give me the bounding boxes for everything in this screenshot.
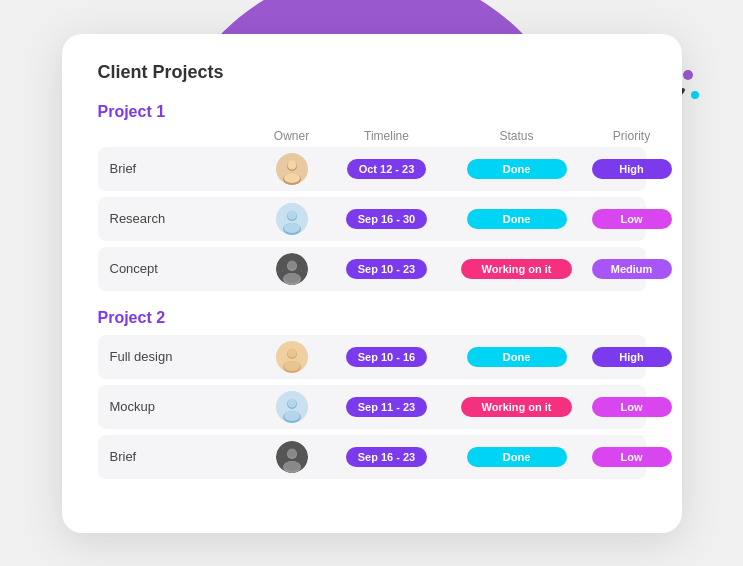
timeline-badge: Sep 16 - 23 xyxy=(346,447,427,467)
table-row: Mockup Sep 11 - 23 Working on it xyxy=(98,385,646,429)
status-badge: Working on it xyxy=(461,397,571,417)
task-name: Brief xyxy=(102,161,262,176)
priority-badge: Medium xyxy=(592,259,672,279)
status-badge: Working on it xyxy=(461,259,571,279)
status-cell: Done xyxy=(452,347,582,367)
table-row: Research Sep 16 - 30 Done xyxy=(98,197,646,241)
main-card: Client Projects Project 1 Owner Timeline… xyxy=(62,34,682,533)
svg-point-17 xyxy=(287,260,296,269)
avatar xyxy=(276,203,308,235)
owner-cell xyxy=(262,441,322,473)
owner-cell xyxy=(262,203,322,235)
status-cell: Done xyxy=(452,209,582,229)
timeline-cell: Sep 10 - 23 xyxy=(322,259,452,279)
table-row: Concept Sep 10 - 23 Working on it xyxy=(98,247,646,291)
task-name: Full design xyxy=(102,349,262,364)
owner-cell xyxy=(262,253,322,285)
svg-point-27 xyxy=(287,398,296,407)
priority-cell: Low xyxy=(582,447,682,467)
col-name-header xyxy=(102,129,262,143)
task-name: Mockup xyxy=(102,399,262,414)
avatar xyxy=(276,441,308,473)
timeline-badge: Sep 11 - 23 xyxy=(346,397,427,417)
col-status-header: Status xyxy=(452,129,582,143)
timeline-cell: Sep 16 - 23 xyxy=(322,447,452,467)
project1-title: Project 1 xyxy=(98,103,646,121)
svg-point-3 xyxy=(691,91,699,99)
timeline-cell: Sep 10 - 16 xyxy=(322,347,452,367)
owner-cell xyxy=(262,391,322,423)
project1-section: Project 1 Owner Timeline Status Priority… xyxy=(98,103,646,291)
svg-point-7 xyxy=(287,160,296,169)
svg-point-33 xyxy=(284,461,300,471)
owner-cell xyxy=(262,153,322,185)
timeline-cell: Sep 16 - 30 xyxy=(322,209,452,229)
status-cell: Done xyxy=(452,159,582,179)
priority-cell: Low xyxy=(582,397,682,417)
status-cell: Working on it xyxy=(452,397,582,417)
svg-point-32 xyxy=(287,448,296,457)
priority-cell: High xyxy=(582,347,682,367)
table-row: Brief Sep 16 - 23 Done xyxy=(98,435,646,479)
avatar xyxy=(276,341,308,373)
svg-point-22 xyxy=(287,348,296,357)
timeline-cell: Oct 12 - 23 xyxy=(322,159,452,179)
svg-point-12 xyxy=(287,210,296,219)
svg-point-23 xyxy=(284,361,300,371)
status-badge: Done xyxy=(467,209,567,229)
status-badge: Done xyxy=(467,159,567,179)
project2-section: Project 2 Full design Sep 10 - 16 xyxy=(98,309,646,479)
status-badge: Done xyxy=(467,347,567,367)
table-row: Brief Oct 12 - 23 Done xyxy=(98,147,646,191)
col-priority-header: Priority xyxy=(582,129,682,143)
project2-title: Project 2 xyxy=(98,309,646,327)
priority-badge: Low xyxy=(592,397,672,417)
timeline-badge: Sep 10 - 16 xyxy=(346,347,427,367)
priority-cell: Low xyxy=(582,209,682,229)
svg-point-18 xyxy=(284,273,300,283)
priority-badge: High xyxy=(592,159,672,179)
avatar xyxy=(276,153,308,185)
timeline-cell: Sep 11 - 23 xyxy=(322,397,452,417)
priority-badge: Low xyxy=(592,209,672,229)
svg-point-28 xyxy=(284,411,300,421)
timeline-badge: Oct 12 - 23 xyxy=(347,159,427,179)
task-name: Concept xyxy=(102,261,262,276)
status-badge: Done xyxy=(467,447,567,467)
priority-cell: Medium xyxy=(582,259,682,279)
svg-point-13 xyxy=(284,223,300,233)
table-header: Owner Timeline Status Priority xyxy=(98,129,646,147)
table-row: Full design Sep 10 - 16 Done xyxy=(98,335,646,379)
col-owner-header: Owner xyxy=(262,129,322,143)
avatar xyxy=(276,391,308,423)
task-name: Brief xyxy=(102,449,262,464)
priority-cell: High xyxy=(582,159,682,179)
task-name: Research xyxy=(102,211,262,226)
card-title: Client Projects xyxy=(98,62,646,83)
avatar xyxy=(276,253,308,285)
svg-point-2 xyxy=(683,70,693,80)
status-cell: Working on it xyxy=(452,259,582,279)
col-timeline-header: Timeline xyxy=(322,129,452,143)
timeline-badge: Sep 16 - 30 xyxy=(346,209,427,229)
priority-badge: High xyxy=(592,347,672,367)
status-cell: Done xyxy=(452,447,582,467)
priority-badge: Low xyxy=(592,447,672,467)
svg-point-8 xyxy=(284,173,300,183)
timeline-badge: Sep 10 - 23 xyxy=(346,259,427,279)
owner-cell xyxy=(262,341,322,373)
